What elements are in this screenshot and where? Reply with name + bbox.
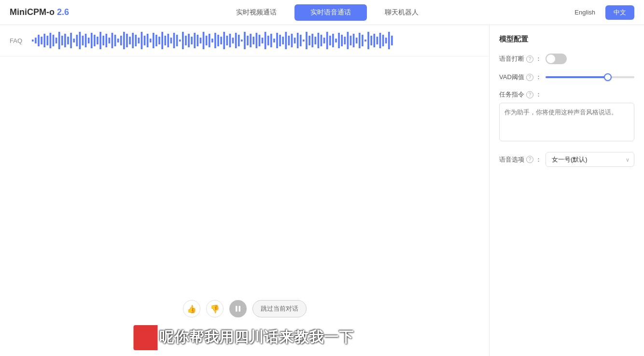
thumbdown-button[interactable]: 👎	[206, 300, 224, 317]
svg-rect-65	[223, 32, 225, 49]
lang-english-button[interactable]: English	[566, 5, 603, 20]
svg-rect-87	[288, 36, 290, 45]
svg-rect-21	[94, 35, 96, 46]
svg-rect-67	[229, 34, 231, 47]
svg-rect-23	[99, 32, 101, 49]
task-instruction-label: 任务指令 ?：	[499, 90, 634, 99]
svg-rect-16	[79, 32, 81, 49]
svg-rect-40	[150, 39, 152, 42]
voice-option-label: 语音选项 ?：	[499, 155, 542, 164]
thumbup-button[interactable]: 👍	[183, 300, 200, 317]
svg-rect-116	[373, 34, 375, 47]
svg-rect-47	[170, 38, 172, 43]
svg-rect-49	[176, 35, 178, 46]
svg-rect-122	[391, 36, 393, 45]
app-logo: MiniCPM-o 2.6	[10, 7, 69, 17]
svg-rect-96	[314, 37, 316, 44]
svg-rect-44	[161, 32, 163, 49]
svg-rect-109	[353, 34, 355, 47]
svg-rect-15	[76, 35, 78, 46]
svg-rect-9	[58, 32, 60, 49]
voice-select-wrapper: 女一号(默认) 女二号 男一号	[546, 152, 634, 167]
svg-rect-33	[129, 37, 131, 44]
svg-rect-106	[344, 37, 346, 44]
svg-rect-27	[112, 33, 113, 48]
svg-rect-124	[238, 306, 240, 312]
svg-rect-68	[232, 38, 234, 43]
svg-rect-51	[182, 32, 184, 49]
vad-label: VAD阈值 ?：	[499, 73, 542, 82]
svg-rect-60	[209, 34, 210, 47]
vad-slider-track	[546, 76, 608, 78]
svg-rect-98	[321, 35, 322, 46]
bottom-controls: 👍 👎 跳过当前对话	[0, 300, 489, 317]
svg-rect-79	[265, 32, 266, 49]
voice-select[interactable]: 女一号(默认) 女二号 男一号	[546, 152, 634, 167]
svg-rect-24	[102, 36, 104, 45]
svg-rect-99	[323, 38, 325, 43]
svg-rect-71	[241, 40, 243, 41]
left-panel: FAQ	[0, 25, 490, 356]
tab-chat[interactable]: 聊天机器人	[369, 4, 434, 21]
svg-rect-64	[220, 37, 222, 44]
svg-rect-17	[82, 36, 84, 45]
pause-button[interactable]	[229, 300, 247, 317]
vad-help-icon[interactable]: ?	[526, 74, 533, 81]
svg-rect-76	[256, 33, 258, 48]
svg-rect-30	[120, 36, 122, 45]
task-help-icon[interactable]: ?	[526, 91, 533, 98]
svg-rect-113	[364, 40, 366, 41]
svg-rect-115	[370, 36, 372, 45]
svg-rect-105	[341, 35, 343, 46]
svg-rect-0	[32, 40, 34, 41]
skip-button[interactable]: 跳过当前对话	[252, 300, 307, 317]
svg-rect-19	[88, 38, 90, 43]
svg-rect-50	[179, 40, 181, 41]
voice-interrupt-toggle[interactable]	[546, 54, 567, 64]
svg-rect-25	[105, 34, 107, 47]
svg-rect-119	[382, 35, 384, 46]
tab-voice[interactable]: 实时语音通话	[294, 4, 367, 21]
svg-rect-111	[359, 33, 361, 48]
svg-rect-43	[158, 37, 160, 44]
svg-rect-5	[46, 36, 48, 45]
lang-chinese-button[interactable]: 中文	[605, 5, 634, 20]
svg-rect-74	[250, 34, 252, 47]
svg-rect-72	[244, 32, 246, 49]
svg-rect-3	[41, 37, 42, 44]
svg-rect-54	[191, 37, 193, 44]
svg-rect-92	[303, 40, 305, 41]
svg-rect-57	[200, 38, 202, 43]
svg-rect-42	[155, 35, 157, 46]
task-instruction-row: 任务指令 ?：	[499, 90, 634, 143]
voice-interrupt-row: 语音打断 ?：	[499, 54, 634, 64]
task-instruction-input[interactable]	[499, 103, 634, 141]
voice-option-help-icon[interactable]: ?	[526, 156, 533, 163]
svg-rect-18	[85, 34, 87, 47]
svg-rect-100	[326, 32, 328, 49]
svg-rect-38	[144, 36, 146, 45]
vad-slider[interactable]	[546, 76, 634, 78]
svg-rect-123	[236, 306, 238, 312]
svg-rect-89	[294, 38, 296, 43]
waveform-display	[32, 31, 479, 50]
svg-rect-7	[53, 35, 55, 46]
svg-rect-13	[70, 33, 72, 48]
svg-rect-78	[262, 38, 264, 43]
svg-rect-80	[267, 36, 269, 45]
svg-rect-36	[138, 38, 140, 43]
svg-rect-66	[226, 36, 228, 45]
svg-rect-26	[109, 38, 111, 43]
svg-rect-104	[338, 33, 340, 48]
svg-rect-118	[379, 33, 381, 48]
svg-rect-48	[173, 33, 175, 48]
waveform-svg	[32, 31, 479, 50]
voice-interrupt-help-icon[interactable]: ?	[526, 55, 533, 63]
svg-rect-61	[211, 39, 213, 42]
svg-rect-81	[270, 34, 272, 47]
svg-rect-4	[43, 34, 45, 47]
svg-rect-73	[247, 36, 249, 45]
logo-version: 2.6	[57, 7, 69, 17]
tab-video[interactable]: 实时视频通话	[220, 4, 293, 21]
svg-rect-39	[147, 34, 149, 47]
